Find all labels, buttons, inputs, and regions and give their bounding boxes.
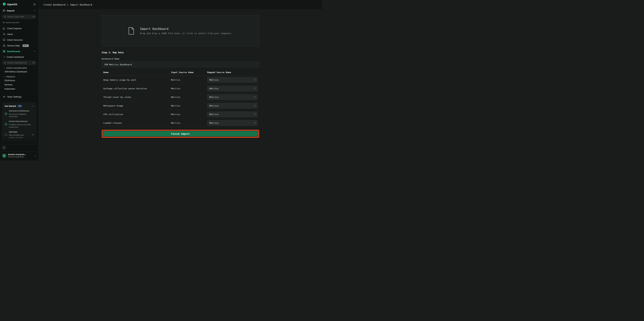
get-started-item-connect[interactable]: Connect to ClickHouse Set up your databa… bbox=[4, 110, 34, 118]
search-panel-icon bbox=[3, 9, 6, 12]
plus-icon bbox=[4, 56, 6, 58]
nav-label: Service Map bbox=[7, 44, 20, 47]
check-circle-icon bbox=[4, 123, 7, 126]
row-name: Loaded classes bbox=[102, 122, 170, 124]
chevron-up-icon bbox=[34, 9, 36, 12]
mapped-source-select[interactable]: Metrics bbox=[207, 86, 258, 91]
row-name: Garbage collection pause duration bbox=[102, 87, 170, 90]
saved-dashboards-section-toggle[interactable]: Saved Dashboards bbox=[0, 65, 38, 70]
search-icon bbox=[4, 16, 6, 18]
column-header-name: Name bbox=[102, 71, 170, 74]
saved-dashboard-item[interactable]: JVM Metrics Dashboard bbox=[0, 70, 38, 74]
create-dashboard-label: Create Dashboard bbox=[6, 56, 24, 58]
row-input-source-name: Metrics bbox=[169, 87, 206, 90]
arrow-right-icon bbox=[32, 133, 34, 136]
user-name: dominic.tran@clic... bbox=[8, 153, 32, 156]
mapped-source-select[interactable]: Metrics bbox=[207, 103, 258, 108]
monitor-icon bbox=[3, 38, 6, 41]
chevron-down-icon bbox=[3, 76, 5, 78]
dropzone-subtitle: Drag and drop a JSON file here, or click… bbox=[140, 32, 233, 34]
saved-searches-search[interactable]: ⌘K bbox=[2, 14, 36, 19]
nav-label: Dashboards bbox=[7, 50, 20, 53]
chevron-up-icon bbox=[34, 50, 36, 52]
row-name: Thread count by state bbox=[102, 96, 170, 98]
saved-dashboards-input[interactable] bbox=[7, 62, 31, 64]
dashboards-grid-icon bbox=[3, 50, 6, 53]
preset-item-services[interactable]: Services bbox=[0, 83, 38, 87]
get-started-item-sources[interactable]: Create Data Sources Configure where your… bbox=[4, 120, 34, 128]
finish-import-button[interactable]: Finish Import bbox=[103, 131, 258, 137]
presets-section-toggle[interactable]: Presets bbox=[0, 74, 38, 78]
mapping-table-body: Heap memory usage by pool Metrics Metric… bbox=[102, 76, 259, 127]
table-row: CPU utilization Metrics Metrics bbox=[102, 110, 259, 119]
row-input-source-name: Metrics bbox=[169, 104, 206, 107]
step-label: Step 2: Map Data bbox=[102, 51, 259, 54]
sidebar: HyperDX Search ⌘K No saved searches bbox=[0, 0, 39, 160]
get-started-title: Get Started bbox=[4, 105, 16, 107]
get-started-item-title: Connect to ClickHouse bbox=[9, 110, 34, 112]
nav-label: Alerts bbox=[7, 33, 13, 35]
import-dropzone[interactable]: Import Dashboard Drag and drop a JSON fi… bbox=[102, 15, 259, 46]
select-chevrons-icon bbox=[254, 96, 256, 98]
preset-item-clickhouse[interactable]: ClickHouse bbox=[0, 78, 38, 83]
sidebar-collapse-icon[interactable] bbox=[33, 3, 36, 6]
mapped-source-value: Metrics bbox=[210, 87, 219, 90]
mapped-source-value: Metrics bbox=[210, 96, 219, 98]
get-started-item-title: Add Data bbox=[9, 131, 29, 133]
saved-dashboards-section-label: Saved Dashboards bbox=[6, 67, 27, 69]
select-chevrons-icon bbox=[254, 122, 256, 124]
sidebar-item-client-sessions[interactable]: Client Sessions bbox=[0, 37, 38, 43]
sidebar-item-team-settings[interactable]: Team Settings bbox=[0, 94, 38, 100]
breadcrumb-current: Import Dashboard bbox=[70, 3, 92, 6]
mapped-source-select[interactable]: Metrics bbox=[207, 77, 258, 83]
get-started-item-subtitle: Start sending logs, metrics, or traces bbox=[9, 134, 29, 139]
preset-item-kubernetes[interactable]: Kubernetes bbox=[0, 87, 38, 91]
breadcrumb-parent[interactable]: Create Dashboard bbox=[44, 3, 66, 6]
dashboard-name-label: Dashboard Name bbox=[102, 57, 259, 60]
user-email: dominic.tran@clickh... bbox=[8, 156, 32, 158]
mapped-source-select[interactable]: Metrics bbox=[207, 94, 258, 100]
annotation-highlight-box: Finish Import bbox=[102, 130, 259, 138]
mapped-source-select[interactable]: Metrics bbox=[207, 120, 258, 126]
row-input-source-name: Metrics bbox=[169, 96, 206, 98]
app-root: HyperDX Search ⌘K No saved searches bbox=[0, 0, 322, 160]
chevron-right-icon bbox=[34, 155, 36, 157]
mapped-source-select[interactable]: Metrics bbox=[207, 112, 258, 117]
search-icon bbox=[4, 62, 6, 64]
top-bar: Create Dashboard > Import Dashboard bbox=[39, 0, 322, 10]
column-header-mapped-source: Mapped Source Name bbox=[206, 71, 259, 74]
app-title: HyperDX bbox=[7, 3, 18, 6]
mapped-source-value: Metrics bbox=[210, 104, 219, 107]
get-started-item-subtitle: Configure where your data comes from bbox=[9, 123, 34, 128]
sidebar-item-alerts[interactable]: Alerts bbox=[0, 31, 38, 37]
saved-dashboards-search[interactable]: ⌘K bbox=[2, 60, 36, 65]
content-scroll[interactable]: Import Dashboard Drag and drop a JSON fi… bbox=[39, 10, 322, 160]
row-input-source-name: Metrics bbox=[169, 79, 206, 81]
avatar: D bbox=[2, 154, 6, 158]
saved-searches-input[interactable] bbox=[7, 15, 31, 18]
sidebar-item-dashboards[interactable]: Dashboards bbox=[0, 48, 38, 54]
nav-label: Chart Explorer bbox=[7, 27, 22, 30]
get-started-header[interactable]: Get Started 2/3 bbox=[4, 105, 34, 107]
mapping-table: Name Input Source Name Mapped Source Nam… bbox=[102, 71, 259, 127]
dashboard-name-input[interactable] bbox=[102, 62, 259, 67]
column-header-input-source: Input Source Name bbox=[169, 71, 206, 74]
get-started-item-subtitle: Set up your database connection bbox=[9, 113, 34, 118]
row-input-source-name: Metrics bbox=[169, 122, 206, 124]
shortcut-badge: ⌘K bbox=[32, 16, 35, 18]
search-section-toggle[interactable]: Search bbox=[0, 8, 38, 13]
sidebar-item-service-map[interactable]: Service Map BETA bbox=[0, 43, 38, 48]
get-started-item-title: Create Data Sources bbox=[9, 120, 34, 123]
logo-row: HyperDX bbox=[0, 0, 38, 8]
sidebar-item-chart-explorer[interactable]: Chart Explorer bbox=[0, 25, 38, 31]
get-started-item-add-data[interactable]: Add Data Start sending logs, metrics, or… bbox=[4, 131, 34, 139]
sidebar-nav: Chart Explorer Alerts Client Sessions Se… bbox=[0, 25, 38, 54]
create-dashboard-button[interactable]: Create Dashboard bbox=[0, 54, 38, 59]
select-chevrons-icon bbox=[254, 87, 256, 89]
select-chevrons-icon bbox=[254, 113, 256, 115]
chevron-down-icon bbox=[3, 67, 5, 69]
mapped-source-value: Metrics bbox=[210, 113, 219, 116]
chart-explorer-icon bbox=[3, 27, 6, 30]
help-button[interactable]: ? bbox=[2, 145, 6, 150]
user-menu[interactable]: D dominic.tran@clic... dominic.tran@clic… bbox=[0, 151, 38, 160]
